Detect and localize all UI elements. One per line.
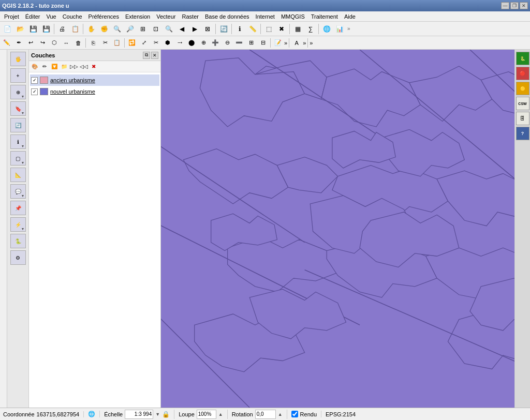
scale-dropdown-arrow[interactable]: ▼ [155, 412, 160, 417]
scale-input[interactable] [125, 410, 153, 419]
menu-vue[interactable]: Vue [43, 11, 60, 21]
new-project-button[interactable]: 📄 [1, 23, 13, 35]
python-plugin-button[interactable]: 🐍 [516, 52, 529, 65]
add-ring-button[interactable]: ⬤ [186, 37, 197, 49]
epsg-label[interactable]: EPSG:2154 [326, 411, 356, 417]
merge-attr-button[interactable]: ⊟ [257, 37, 269, 49]
remove-layer-button[interactable]: ✖ [89, 62, 98, 71]
loupe-spin-up[interactable]: ▲ [218, 412, 223, 417]
attr-form-button[interactable]: 📝 [272, 37, 284, 49]
rotation-spin-up[interactable]: ▲ [278, 412, 283, 417]
select-side-button[interactable]: ▢ [10, 151, 26, 166]
layer-visibility-ancien[interactable]: ✓ [31, 77, 38, 84]
menu-raster[interactable]: Raster [179, 11, 202, 21]
select-rect-button[interactable]: ⬚ [262, 23, 275, 35]
zoom-full-button[interactable]: ⊞ [137, 23, 149, 35]
print-button[interactable]: 📋 [69, 23, 81, 35]
bookmark-side-button[interactable]: 🔖 [10, 101, 26, 116]
menu-extension[interactable]: Extension [122, 11, 153, 21]
paste-feature-button[interactable]: 📋 [111, 37, 123, 49]
save-project-button[interactable]: 💾 [27, 23, 39, 35]
merge-button[interactable]: ⊞ [245, 37, 257, 49]
plugin-btn-3[interactable]: 🟡 [516, 82, 529, 95]
add-group-button[interactable]: 📁 [60, 62, 69, 71]
zoom-in-button[interactable]: 🔍 [111, 23, 123, 35]
epsg-section[interactable]: EPSG:2154 [326, 411, 360, 417]
copy-feature-button[interactable]: ⎘ [87, 37, 99, 49]
menu-couche[interactable]: Couche [60, 11, 85, 21]
move-feature-button[interactable]: ↔ [61, 37, 72, 49]
plugin-more[interactable]: » [310, 40, 313, 46]
layers-panel-close-button[interactable]: ✕ [151, 52, 158, 59]
plugin-btn-2[interactable]: 🔴 [516, 67, 529, 80]
menu-internet[interactable]: Internet [253, 11, 278, 21]
save-as-button[interactable]: 💾 [40, 23, 52, 35]
rendu-checkbox[interactable] [291, 411, 298, 417]
help-button[interactable]: ? [516, 127, 529, 140]
zoom-full-side-button[interactable]: ⊕ [10, 85, 26, 99]
add-ogr-button[interactable]: 📊 [333, 23, 346, 35]
add-wms-button[interactable]: 🌐 [320, 23, 333, 35]
processing-button[interactable]: ⚙ [10, 250, 26, 265]
deselect-button[interactable]: ✖ [275, 23, 288, 35]
reshape-button[interactable]: ⬢ [162, 37, 173, 49]
csw-button[interactable]: CSW [516, 97, 529, 110]
menu-mmqgis[interactable]: MMQGIS [278, 11, 308, 21]
fill-ring-button[interactable]: ⊕ [198, 37, 209, 49]
filter-layer-button[interactable]: 🔽 [50, 62, 59, 71]
toggle-editing-lt-button[interactable]: ✏ [40, 62, 49, 71]
delete-feature-button[interactable]: 🗑 [72, 37, 84, 49]
scale-lock-icon[interactable]: 🔒 [162, 411, 170, 418]
zoom-in-side-button[interactable]: + [10, 68, 26, 83]
measure-side-button[interactable]: 📐 [10, 168, 26, 182]
minimize-button[interactable]: — [501, 2, 509, 9]
pin-side-button[interactable]: 📌 [10, 201, 26, 215]
edit-toolbar-more[interactable]: » [284, 40, 287, 46]
cut-feature-button[interactable]: ✂ [99, 37, 111, 49]
undo-button[interactable]: ↩ [25, 37, 36, 49]
digitize-button[interactable]: ✒ [13, 37, 24, 49]
python-button[interactable]: 🐍 [10, 234, 26, 248]
pan-map-button[interactable]: ✊ [98, 23, 110, 35]
del-part-button[interactable]: ➖ [233, 37, 245, 49]
zoom-selection-button[interactable]: ⊡ [150, 23, 162, 35]
menu-aide[interactable]: Aide [341, 11, 359, 21]
redo-button[interactable]: ↪ [37, 37, 48, 49]
zoom-layer-button[interactable]: 🔍 [163, 23, 175, 35]
db-manager-button[interactable]: 🗄 [516, 112, 529, 125]
add-part-button[interactable]: ➕ [210, 37, 221, 49]
collapse-all-button[interactable]: ◁◁ [79, 62, 89, 71]
layer-visibility-nouvel[interactable]: ✓ [31, 88, 38, 95]
layer-item-ancien-urbanisme[interactable]: ✓ ancien urbanisme [30, 74, 159, 86]
open-layer-style-button[interactable]: 🎨 [30, 62, 39, 71]
zoom-last-button[interactable]: ◀ [175, 23, 188, 35]
layer-label-nouvel[interactable]: nouvel urbanisme [50, 88, 95, 95]
identify-button[interactable]: ℹ [233, 23, 246, 35]
pan-button[interactable]: ✋ [85, 23, 97, 35]
layer-label-ancien[interactable]: ancien urbanisme [50, 77, 95, 83]
layers-panel-float-button[interactable]: ⧉ [143, 52, 150, 59]
open-table-button[interactable]: ▦ [291, 23, 304, 35]
restore-button[interactable]: ❐ [510, 2, 519, 9]
spatial-query-button[interactable]: ⚡ [10, 217, 26, 232]
split-button[interactable]: ✂ [150, 37, 161, 49]
toolbar-more[interactable]: » [346, 26, 351, 32]
open-project-button[interactable]: 📂 [14, 23, 26, 35]
menu-editer[interactable]: Éditer [22, 11, 43, 21]
layer-item-nouvel-urbanisme[interactable]: ✓ nouvel urbanisme [30, 86, 159, 97]
offset-curve-button[interactable]: ⤏ [174, 37, 185, 49]
map-area[interactable] [161, 50, 514, 408]
print-composer-button[interactable]: 🖨 [56, 23, 68, 35]
measure-button[interactable]: 📏 [246, 23, 259, 35]
refresh-button[interactable]: 🔄 [217, 23, 230, 35]
node-tool-button[interactable]: ⬡ [49, 37, 60, 49]
stat-summary-button[interactable]: ∑ [304, 23, 317, 35]
refresh-side-button[interactable]: 🔄 [10, 118, 26, 132]
menu-preferences[interactable]: Préférences [85, 11, 122, 21]
pan-map-side-button[interactable]: 🖐 [10, 52, 26, 66]
identify-side-button[interactable]: ℹ [10, 134, 26, 149]
zoom-next-button[interactable]: ▶ [188, 23, 201, 35]
menu-vecteur[interactable]: Vecteur [153, 11, 179, 21]
menu-traitement[interactable]: Traitement [308, 11, 341, 21]
loupe-input[interactable] [197, 410, 216, 419]
